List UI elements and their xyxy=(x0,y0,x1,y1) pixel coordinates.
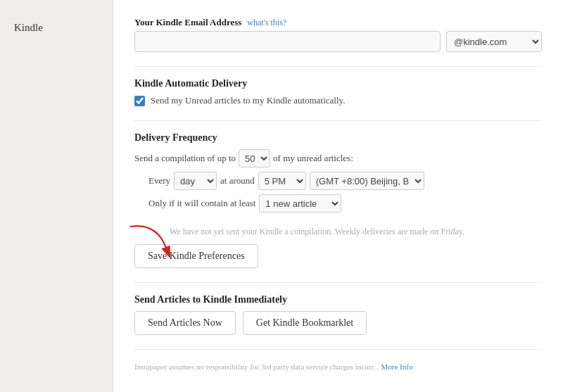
send-articles-now-button[interactable]: Send Articles Now xyxy=(134,311,236,335)
divider-4 xyxy=(134,349,542,350)
email-input-row: @kindle.com @free.kindle.com xyxy=(134,31,542,52)
auto-delivery-checkbox[interactable] xyxy=(134,96,145,106)
divider-1 xyxy=(134,66,542,67)
bullet-1: Every day week at around 5 PM 6 PM 7 PM … xyxy=(148,172,542,190)
disclaimer: Instapaper assumes no responsibility for… xyxy=(134,361,542,373)
delivery-freq-controls: Send a compilation of up to 50 25 10 of … xyxy=(134,149,542,167)
delivery-freq-title: Delivery Frequency xyxy=(134,132,542,144)
bullet-2: Only if it will contain at least 1 new a… xyxy=(148,194,542,213)
timezone-select[interactable]: (GMT +8:00) Beijing, B xyxy=(310,172,424,190)
disclaimer-text: Instapaper assumes no responsibility for… xyxy=(134,362,379,371)
count-select[interactable]: 50 25 10 xyxy=(239,149,270,167)
min-articles-select[interactable]: 1 new article 2 new articles 5 new artic… xyxy=(259,194,341,213)
get-kindle-bookmarklet-button[interactable]: Get Kindle Bookmarklet xyxy=(243,311,367,335)
main-content: Your Kindle Email Address what's this? @… xyxy=(113,0,563,392)
bullet2-prefix: Only if it will contain at least xyxy=(148,198,255,209)
save-section: Save Kindle Preferences xyxy=(134,244,542,268)
bullet-list: Every day week at around 5 PM 6 PM 7 PM … xyxy=(148,172,542,213)
period-select[interactable]: day week xyxy=(174,172,217,190)
email-section: Your Kindle Email Address what's this? @… xyxy=(134,17,542,52)
divider-3 xyxy=(134,282,542,283)
email-input[interactable] xyxy=(134,31,441,52)
domain-select[interactable]: @kindle.com @free.kindle.com xyxy=(446,31,542,52)
delivery-suffix: of my unread articles: xyxy=(273,153,353,164)
status-text: We have not yet sent your Kindle a compi… xyxy=(170,227,542,237)
page-wrapper: Kindle Your Kindle Email Address what's … xyxy=(0,0,563,392)
delivery-freq-section: Delivery Frequency Send a compilation of… xyxy=(134,132,542,213)
send-immediately-title: Send Articles to Kindle Immediately xyxy=(134,294,542,305)
time-select[interactable]: 5 PM 6 PM 7 PM 8 PM 9 PM 10 PM xyxy=(258,172,306,190)
sidebar: Kindle xyxy=(0,0,113,392)
save-kindle-preferences-button[interactable]: Save Kindle Preferences xyxy=(134,244,258,268)
send-btn-row: Send Articles Now Get Kindle Bookmarklet xyxy=(134,311,542,335)
auto-delivery-title: Kindle Automatic Delivery xyxy=(134,78,542,89)
more-info-link[interactable]: More Info xyxy=(381,362,412,371)
email-section-title: Your Kindle Email Address xyxy=(134,17,241,28)
whats-this-link[interactable]: what's this? xyxy=(247,18,286,28)
auto-delivery-checkbox-row: Send my Unread articles to my Kindle aut… xyxy=(134,95,542,106)
status-container: We have not yet sent your Kindle a compi… xyxy=(170,227,542,237)
auto-delivery-section: Kindle Automatic Delivery Send my Unread… xyxy=(134,78,542,106)
delivery-prefix: Send a compilation of up to xyxy=(134,153,236,164)
email-label-row: Your Kindle Email Address what's this? xyxy=(134,17,542,28)
bullet1-prefix: Every xyxy=(148,175,170,186)
bullet1-middle: at around xyxy=(220,175,255,186)
divider-2 xyxy=(134,120,542,121)
sidebar-kindle-label: Kindle xyxy=(14,22,43,33)
auto-delivery-label: Send my Unread articles to my Kindle aut… xyxy=(151,95,345,106)
send-immediately-section: Send Articles to Kindle Immediately Send… xyxy=(134,294,542,335)
